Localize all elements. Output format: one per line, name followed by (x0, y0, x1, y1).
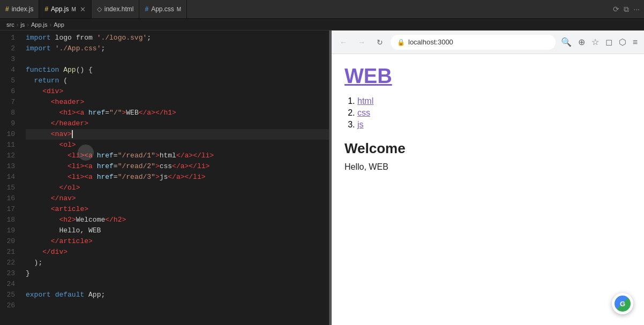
code-line: </div> (26, 247, 329, 258)
js-icon: # (5, 5, 9, 13)
tab-index-js[interactable]: # index.js (0, 0, 39, 18)
translate-icon: G (615, 296, 631, 312)
search-icon[interactable]: 🔍 (559, 35, 574, 49)
tab-label: index.html (104, 5, 134, 13)
breadcrumb-src[interactable]: src (6, 21, 14, 28)
url-display: localhost:3000 (408, 38, 453, 46)
modified-indicator: M (71, 6, 76, 12)
nav-link-css[interactable]: css (357, 108, 370, 117)
code-editor[interactable]: 1 2 3 4 5 6 7 8 9 10 11 12 13 14 15 16 1… (0, 31, 330, 325)
code-lines: 1 2 3 4 5 6 7 8 9 10 11 12 13 14 15 16 1… (0, 31, 329, 313)
code-line: <div> (26, 86, 329, 97)
browser-panel: ← → ↻ 🔒 localhost:3000 🔍 ⊕ ☆ ◻ ⬡ ≡ WEB h… (332, 31, 644, 325)
tab-label: App.js (51, 5, 69, 13)
tab-app-css[interactable]: # App.css M (139, 0, 187, 18)
breadcrumb-js[interactable]: js (20, 21, 25, 28)
reload-button[interactable]: ↻ (372, 35, 387, 50)
more-icon[interactable]: ··· (633, 5, 640, 13)
code-line: <nav> (26, 129, 329, 140)
address-bar[interactable]: 🔒 localhost:3000 (391, 35, 556, 50)
zoom-icon[interactable]: ⊕ (576, 35, 587, 49)
code-line (26, 300, 329, 311)
code-line: <h1><a href="/">WEB</a></h1> (26, 108, 329, 118)
tab-label: index.js (12, 5, 34, 13)
line-numbers: 1 2 3 4 5 6 7 8 9 10 11 12 13 14 15 16 1… (0, 31, 21, 313)
tab-label: App.css (151, 5, 174, 13)
code-line: <li><a href="/read/3">js</a></li> (26, 172, 329, 183)
list-item: html (357, 96, 631, 106)
translate-button[interactable]: G (612, 293, 633, 314)
code-line: </nav> (26, 193, 329, 204)
close-icon[interactable]: ✕ (80, 5, 86, 13)
code-content[interactable]: import logo from './logo.svg'; import '.… (21, 31, 329, 313)
code-line: ); (26, 258, 329, 268)
code-line: </ol> (26, 183, 329, 193)
code-line (26, 279, 329, 290)
nav-link-js[interactable]: js (357, 120, 364, 129)
breadcrumb: src › js › App.js › App (0, 19, 644, 31)
section-title: Welcome (345, 140, 631, 157)
back-button[interactable]: ← (336, 35, 351, 50)
bookmark-icon[interactable]: ☆ (589, 35, 601, 49)
tab-bar-actions: ⟳ ⧉ ··· (609, 5, 644, 14)
code-line (26, 54, 329, 65)
list-item: css (357, 108, 631, 118)
extension-icon[interactable]: ⬡ (617, 35, 628, 49)
code-line: </header> (26, 118, 329, 129)
breadcrumb-appjs[interactable]: App.js (31, 21, 48, 28)
code-line: <header> (26, 97, 329, 108)
code-line: import './App.css'; (26, 43, 329, 54)
nav-link-html[interactable]: html (357, 96, 373, 105)
profile-icon[interactable]: ◻ (603, 35, 615, 49)
code-line: </article> (26, 236, 329, 247)
browser-content: WEB html css js Welcome Hello, WEB G (332, 54, 644, 325)
html-icon: ◇ (97, 5, 102, 13)
modified-indicator: M (177, 6, 181, 12)
tab-index-html[interactable]: ◇ index.html (92, 0, 140, 18)
forward-button[interactable]: → (354, 35, 369, 50)
breadcrumb-app[interactable]: App (54, 21, 64, 28)
lock-icon: 🔒 (397, 39, 405, 46)
browser-toolbar: ← → ↻ 🔒 localhost:3000 🔍 ⊕ ☆ ◻ ⬡ ≡ (332, 31, 644, 54)
code-line: <li><a href="/read/1">html</a></li> (26, 150, 329, 161)
browser-actions: 🔍 ⊕ ☆ ◻ ⬡ ≡ (559, 35, 640, 49)
list-item: js (357, 120, 631, 130)
js-icon: # (44, 5, 48, 13)
code-line: <li><a href="/read/2">css</a></li> (26, 161, 329, 172)
code-line: <h2>Welcome</h2> (26, 215, 329, 225)
code-line: Hello, WEB (26, 225, 329, 236)
page-title: WEB (345, 65, 631, 88)
settings-icon[interactable]: ≡ (631, 35, 640, 49)
tab-app-js[interactable]: # App.js M ✕ (39, 0, 91, 18)
css-icon: # (145, 5, 148, 13)
code-line: <ol> (26, 140, 329, 150)
code-line: <article> (26, 204, 329, 215)
code-line: import logo from './logo.svg'; (26, 33, 329, 43)
history-icon[interactable]: ⟳ (613, 5, 619, 13)
code-line: return ( (26, 75, 329, 86)
tab-bar: # index.js # App.js M ✕ ◇ index.html # A… (0, 0, 644, 19)
main-area: 1 2 3 4 5 6 7 8 9 10 11 12 13 14 15 16 1… (0, 31, 644, 325)
nav-list: html css js (357, 96, 631, 130)
split-icon[interactable]: ⧉ (624, 5, 629, 14)
code-line: function App() { (26, 65, 329, 75)
code-line: export default App; (26, 290, 329, 300)
code-line: } (26, 268, 329, 279)
section-body: Hello, WEB (345, 162, 631, 172)
